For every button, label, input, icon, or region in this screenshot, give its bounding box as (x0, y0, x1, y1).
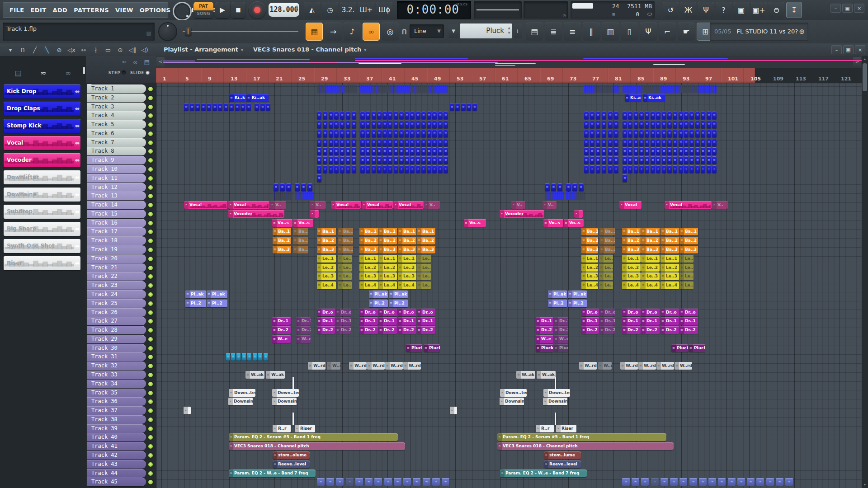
pattern-mini-clip[interactable]: ≡ (623, 174, 627, 182)
clip[interactable]: ≡Ba..3 (398, 246, 416, 253)
clip[interactable]: ≡Le..4 (338, 282, 352, 289)
clip[interactable]: »Vocal▂▅▃▆▄▂▆▃▅▂▄▆▃▅▂▆▄▃▅▂▂▅▃▆▄▂▆▃▅▂▄▆▃▅… (331, 201, 361, 209)
pattern-mini-clip[interactable]: ≡ (584, 147, 589, 155)
pattern-mini-clip[interactable]: ≡ (602, 130, 606, 137)
track-row-43[interactable]: Track 43 (87, 460, 146, 469)
clip[interactable]: »Vocal▂▅▃▆▄▂▆▃▅▂▄▆▃▅▂▆▄▃▅▂▂▅▃▆▄▂▆▃▅▂▄▆▃▅… (665, 201, 712, 209)
track-row-21[interactable]: Track 21 (87, 263, 146, 272)
pattern-mini-clip[interactable]: ≡ (382, 139, 387, 146)
pattern-mini-clip[interactable]: ≡ (382, 121, 387, 128)
track-row-45[interactable]: Track 45 (87, 478, 146, 486)
automation-mini-clip[interactable]: ∞ (326, 478, 334, 486)
maximize-button[interactable]: ▣ (843, 45, 854, 54)
pattern-mini-clip[interactable]: ≡ (443, 121, 448, 128)
clip[interactable]: ≡W..rd (598, 362, 612, 370)
pattern-mini-clip[interactable]: ≡ (628, 139, 632, 146)
pattern-mini-clip[interactable]: ≡ (679, 130, 683, 137)
pattern-mini-clip[interactable]: ≡ (673, 147, 677, 155)
automation-view-icon[interactable]: ∞ (133, 59, 138, 66)
picker-item-kick-drop[interactable]: ▂▅▃▆▄▂▆▃▅▂▄▆▃▅▂▆▄▃▅▂Kick Drop◆◆ (4, 84, 80, 99)
pattern-mini-clip[interactable]: ≡ (662, 147, 666, 155)
picker-item-big-snare[interactable]: ▂▅▃▆▄▂▆▃▅▂▄▆▃▅▂▆▄▃▅▂Big Snare◆◆ (4, 222, 80, 236)
track-led[interactable] (148, 444, 153, 449)
clip[interactable]: ≡Dr..o (359, 309, 378, 316)
track-led[interactable] (148, 131, 153, 136)
clip[interactable]: ≡Dr..2 (398, 326, 416, 334)
clip[interactable]: ≡Le..4 (622, 282, 641, 289)
pattern-mini-clip[interactable]: ≡ (340, 139, 344, 146)
tab-patterns[interactable]: ▤ (15, 69, 22, 77)
pattern-mini-clip[interactable]: ≡ (590, 139, 594, 146)
plugin-icon[interactable]: Ψ (640, 23, 657, 41)
automation-mini-clip[interactable]: ∞ (403, 478, 411, 486)
pattern-mini-clip[interactable]: ≡ (584, 121, 589, 128)
pattern-mini-clip[interactable]: ≡ (218, 103, 222, 111)
audio-view-icon[interactable]: ≈ (122, 59, 127, 66)
typing-keyboard-icon[interactable]: ◎ (382, 23, 399, 41)
track-row-10[interactable]: Track 10 (87, 165, 146, 174)
clip[interactable]: »Vocal▂▅▃▆▄▂▆▃▅▂▄▆▃▅▂▆▄▃▅▂▂▅▃▆▄▂▆▃▅▂▄▆▃▅… (228, 201, 269, 209)
track-row-5[interactable]: Track 5 (87, 120, 146, 129)
track-row-28[interactable]: Track 28 (87, 326, 146, 334)
next-pattern-icon[interactable]: → (325, 23, 342, 41)
pattern-mini-clip[interactable]: ≡ (623, 130, 627, 137)
pattern-mini-clip[interactable]: ≡ (195, 103, 200, 111)
pattern-mini-clip[interactable]: ≡ (566, 183, 571, 191)
pattern-mini-clip[interactable]: ≡ (366, 112, 370, 119)
pattern-mini-clip[interactable]: ≡ (602, 139, 606, 146)
automation-mini-clip[interactable]: ∞ (718, 478, 726, 486)
clip-area[interactable]: ≡Ki..k≡Ki..ak≡Ki..ak≡Ki..ak≡≡≡≡≡≡≡≡≡≡≡≡≡… (156, 83, 862, 488)
clip[interactable]: ≡Ba..3 (641, 246, 660, 253)
clip[interactable]: ≡Ba..2 (273, 237, 291, 244)
automation-mini-clip[interactable]: ∞ (442, 478, 449, 486)
pattern-mini-clip[interactable]: ≡ (645, 112, 649, 119)
pattern-mini-clip[interactable]: ≡ (280, 183, 285, 191)
pattern-mini-clip[interactable]: ≡ (410, 139, 415, 146)
pattern-mini-clip[interactable]: ≡ (372, 156, 376, 164)
pattern-mini-clip[interactable]: ≡ (579, 183, 584, 191)
clip[interactable]: ≡Dr..1 (417, 317, 435, 325)
automation-mini-clip[interactable]: ∞ (785, 478, 793, 486)
touch-controller-icon[interactable]: ⌐ (659, 23, 676, 41)
automation-mini-clip[interactable]: ∞ (355, 478, 363, 486)
clip[interactable]: ≡Pluck (689, 344, 705, 352)
track-led[interactable] (148, 408, 153, 413)
pattern-mini-clip[interactable]: ≡ (667, 121, 672, 128)
track-row-16[interactable]: Track 16 (87, 219, 146, 227)
pattern-mini-clip[interactable]: ≡ (639, 156, 644, 164)
globe-icon[interactable]: ⊕ (799, 23, 805, 41)
clip[interactable]: »Downsine (543, 398, 567, 405)
pattern-mini-clip[interactable]: ≡ (673, 112, 677, 119)
audio-comb-clip[interactable] (566, 192, 585, 200)
pattern-mini-clip[interactable]: ≡ (673, 156, 677, 164)
slide-toggle[interactable] (146, 70, 150, 75)
pattern-mini-clip[interactable]: ≡ (346, 156, 350, 164)
undo-icon[interactable]: ↺ (663, 2, 679, 18)
pattern-mini-clip[interactable]: ≡ (590, 147, 594, 155)
menu-item-patterns[interactable]: PATTERNS (71, 7, 112, 14)
pattern-mini-clip[interactable]: ≡ (352, 121, 356, 128)
clip[interactable]: ≡Dr..2 (679, 326, 698, 334)
pattern-mini-clip[interactable]: » (438, 165, 443, 173)
picker-item-synth-one-shot[interactable]: ▂▅▃▆▄▂▆▃▅▂▄▆▃▅▂▆▄▃▅▂Synth One Shot◆◆ (4, 239, 80, 253)
pattern-mini-clip[interactable]: ≡ (410, 112, 415, 119)
slide-note-icon[interactable]: ♪ (344, 23, 361, 41)
pattern-mini-clip[interactable]: ≡ (584, 112, 589, 119)
track-led[interactable] (148, 480, 153, 484)
pattern-mini-clip[interactable]: ≡ (405, 130, 409, 137)
pattern-mini-clip[interactable]: » (679, 165, 683, 173)
clip[interactable]: »Downsine (500, 398, 524, 405)
record-button[interactable] (249, 1, 266, 19)
audio-comb-clip[interactable] (317, 85, 357, 93)
clip[interactable]: ≡Pi..2 (369, 300, 388, 307)
clip[interactable]: » (310, 210, 319, 218)
pattern-mini-clip[interactable]: ≡ (707, 139, 711, 146)
clip[interactable]: ≡Dr..o (679, 309, 698, 316)
pattern-mini-clip[interactable]: ≡ (645, 130, 649, 137)
pattern-mini-clip[interactable]: ≡ (394, 112, 398, 119)
clip[interactable]: ≡W..rd (656, 362, 674, 370)
clip[interactable]: ≡Dr..o (417, 309, 435, 316)
pattern-mini-clip[interactable]: ≡ (427, 130, 431, 137)
pattern-mini-clip[interactable]: ≡ (329, 139, 333, 146)
pattern-mini-clip[interactable]: ≡ (602, 112, 606, 119)
